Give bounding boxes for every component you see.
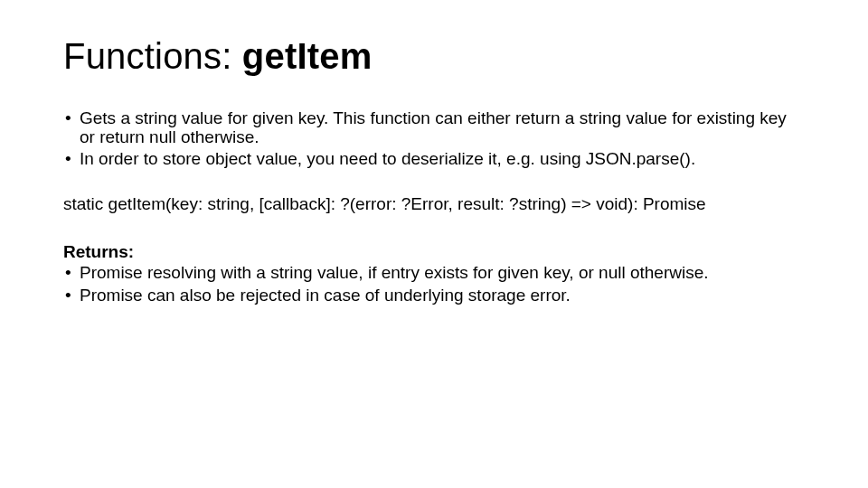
slide: Functions: getItem Gets a string value f… xyxy=(0,0,868,488)
returns-list: Promise resolving with a string value, i… xyxy=(63,263,805,306)
title-function-name: getItem xyxy=(242,36,373,76)
returns-item: Promise can also be rejected in case of … xyxy=(63,286,805,306)
returns-block: Returns: Promise resolving with a string… xyxy=(63,242,805,305)
description-list: Gets a string value for given key. This … xyxy=(63,108,805,168)
returns-label: Returns: xyxy=(63,242,134,261)
description-item: In order to store object value, you need… xyxy=(63,149,805,168)
returns-item: Promise resolving with a string value, i… xyxy=(63,263,805,284)
description-item: Gets a string value for given key. This … xyxy=(63,108,805,147)
title-prefix: Functions: xyxy=(63,36,242,76)
function-signature: static getItem(key: string, [callback]: … xyxy=(63,193,805,216)
slide-title: Functions: getItem xyxy=(63,36,805,76)
